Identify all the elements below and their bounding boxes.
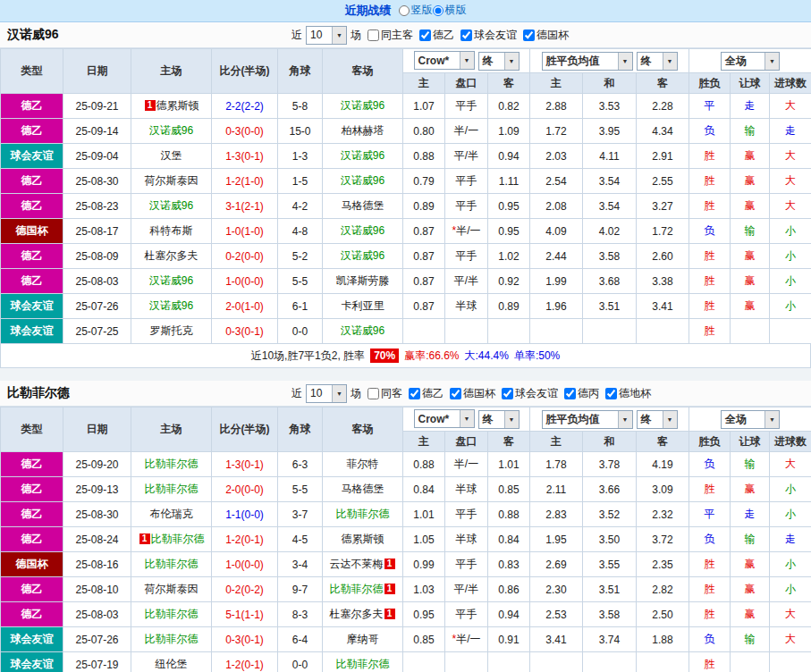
away-team-cell: 比勒菲尔德1 <box>323 577 403 602</box>
outcome-cell: 平 <box>689 94 731 119</box>
europe-final-select[interactable]: 终▼ <box>637 410 678 429</box>
sub-column-header: 进球数 <box>770 432 811 452</box>
away-team-cell: 杜塞尔多夫1 <box>323 602 403 627</box>
asia-home-odds-cell: 0.99 <box>403 552 445 577</box>
europe-home-cell: 2.88 <box>530 94 583 119</box>
away-team-cell: 马格德堡 <box>323 477 403 502</box>
outcome-cell: 胜 <box>689 319 731 344</box>
handicap-result-cell: 走 <box>731 502 770 527</box>
checkbox-input[interactable] <box>564 388 576 399</box>
europe-avg-select[interactable]: 胜平负均值▼ <box>542 52 633 71</box>
europe-home-cell: 1.78 <box>530 452 583 477</box>
score-cell: 2-0(0-0) <box>212 477 278 502</box>
europe-draw-cell: 3.68 <box>583 269 637 294</box>
filter-checkbox-5[interactable]: 德地杯 <box>605 386 651 401</box>
checkbox-input[interactable] <box>523 29 535 41</box>
score-cell: 1-2(1-0) <box>212 169 278 194</box>
checkbox-input[interactable] <box>460 29 472 41</box>
layout-option-0[interactable]: 竖版 <box>399 3 433 18</box>
team-header-row: 比勒菲尔德近10▼场同客德乙德国杯球会友谊德丙德地杯 <box>0 381 811 407</box>
recent-count-select[interactable]: 10▼ <box>306 384 347 403</box>
asia-home-odds-cell: 0.87 <box>403 269 445 294</box>
europe-avg-select[interactable]: 胜平负均值▼ <box>542 410 633 429</box>
checkbox-input[interactable] <box>419 29 431 41</box>
team-name: 汉诺威96 <box>0 27 291 43</box>
recent-label: 近 <box>291 386 302 401</box>
chevron-down-icon: ▼ <box>504 53 519 70</box>
asia-away-odds-cell: 0.95 <box>488 194 530 219</box>
date-cell: 25-07-26 <box>63 627 131 652</box>
asia-home-odds-cell: 0.87 <box>403 244 445 269</box>
asia-final-select[interactable]: 终▼ <box>478 52 520 71</box>
chevron-down-icon: ▼ <box>332 385 346 402</box>
handicap-result-cell: 赢 <box>731 294 770 319</box>
filter-checkbox-2[interactable]: 球会友谊 <box>460 28 517 43</box>
corner-cell: 0-0 <box>278 652 323 672</box>
filter-checkbox-4[interactable]: 德丙 <box>564 386 599 401</box>
goals-result-cell: 大 <box>770 194 811 219</box>
scope-select[interactable]: 全场▼ <box>721 52 780 71</box>
date-cell: 25-09-13 <box>63 477 131 502</box>
league-cell: 德乙 <box>1 577 63 602</box>
goals-result-cell: 大 <box>770 452 811 477</box>
europe-home-cell: 4.09 <box>530 219 583 244</box>
score-cell: 0-3(0-1) <box>212 319 278 344</box>
checkbox-input[interactable] <box>367 388 379 399</box>
date-cell: 25-08-17 <box>63 219 131 244</box>
asia-home-odds-cell: 1.07 <box>403 94 445 119</box>
outcome-cell: 负 <box>689 627 731 652</box>
filter-checkbox-3[interactable]: 德国杯 <box>523 28 569 43</box>
filter-checkbox-1[interactable]: 德乙 <box>419 28 454 43</box>
sub-column-header: 盘口 <box>445 73 488 94</box>
match-row: 德乙25-09-211德累斯顿2-2(2-2)5-8汉诺威961.07平手0.8… <box>1 94 811 119</box>
card-badge: 1 <box>384 584 395 594</box>
filter-bar: 近10▼场同客德乙德国杯球会友谊德丙德地杯 <box>291 384 651 403</box>
outcome-cell: 负 <box>689 219 731 244</box>
match-row: 德乙25-08-23汉诺威963-1(2-1)4-2马格德堡0.89平手0.95… <box>1 194 811 219</box>
recent-count-select[interactable]: 10▼ <box>306 26 347 45</box>
checkbox-input[interactable] <box>450 388 461 399</box>
sub-column-header: 胜负 <box>689 432 731 452</box>
europe-home-cell: 2.44 <box>530 244 583 269</box>
sub-column-header: 和 <box>583 73 637 94</box>
filter-checkbox-0[interactable]: 同客 <box>367 386 402 401</box>
asia-handicap-cell: 平手 <box>445 194 488 219</box>
bookmaker-select[interactable]: Crow*▼ <box>414 51 475 70</box>
layout-radio[interactable] <box>399 5 410 16</box>
checkbox-input[interactable] <box>367 29 379 41</box>
europe-draw-cell: 3.58 <box>583 602 637 627</box>
home-team-cell: 比勒菲尔德 <box>131 477 212 502</box>
away-team-cell: 比勒菲尔德 <box>323 652 403 672</box>
checkbox-input[interactable] <box>502 388 513 399</box>
layout-option-1[interactable]: 横版 <box>433 3 467 18</box>
filter-checkbox-1[interactable]: 德乙 <box>409 386 444 401</box>
filter-checkbox-2[interactable]: 德国杯 <box>450 386 495 401</box>
europe-home-cell <box>530 319 583 344</box>
checkbox-input[interactable] <box>605 388 617 399</box>
corner-cell: 3-4 <box>278 552 323 577</box>
column-header: 类型 <box>1 407 63 452</box>
handicap-result-cell: 输 <box>731 452 770 477</box>
europe-draw-cell: 3.78 <box>583 452 637 477</box>
checkbox-input[interactable] <box>409 388 420 399</box>
europe-away-cell: 2.32 <box>637 502 689 527</box>
europe-final-select[interactable]: 终▼ <box>637 52 678 71</box>
bookmaker-select[interactable]: Crow*▼ <box>414 409 475 428</box>
league-cell: 德乙 <box>1 169 63 194</box>
asia-handicap-cell: 半/一 <box>445 452 488 477</box>
handicap-result-cell: 赢 <box>731 477 770 502</box>
scope-select[interactable]: 全场▼ <box>721 410 780 429</box>
app: 近期战绩 竖版横版 汉诺威96近10▼场同主客德乙球会友谊德国杯类型日期主场比分… <box>0 0 811 672</box>
handicap-result-cell: 赢 <box>731 144 770 169</box>
column-header: 日期 <box>63 407 131 452</box>
home-team-cell: 杜塞尔多夫 <box>131 244 212 269</box>
asia-handicap-cell: 平/半 <box>445 144 488 169</box>
layout-radio[interactable] <box>433 5 444 16</box>
date-cell: 25-08-24 <box>63 527 131 552</box>
filter-checkbox-0[interactable]: 同主客 <box>367 28 413 43</box>
europe-odds-group: 胜平负均值▼终▼ <box>530 407 689 432</box>
filter-checkbox-3[interactable]: 球会友谊 <box>502 386 558 401</box>
date-cell: 25-09-14 <box>63 119 131 144</box>
handicap-result-cell: 输 <box>731 627 770 652</box>
asia-final-select[interactable]: 终▼ <box>478 410 520 429</box>
